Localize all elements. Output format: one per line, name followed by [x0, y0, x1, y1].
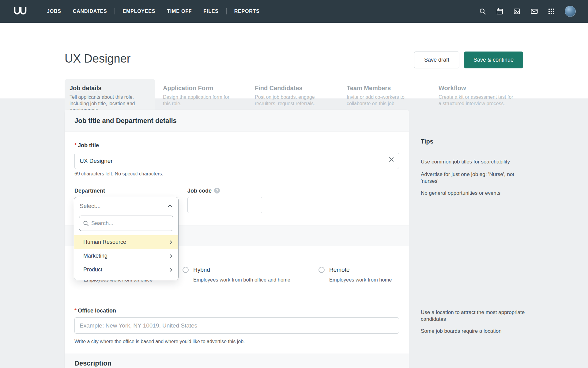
user-avatar[interactable]: [565, 6, 576, 17]
tip-item: Some job boards require a location: [421, 328, 525, 335]
image-gallery-icon[interactable]: [513, 8, 521, 15]
department-dropdown: Select... Human Resource: [74, 197, 179, 280]
hybrid-radio-label[interactable]: Hybrid: [193, 266, 210, 273]
required-asterisk: *: [74, 308, 77, 314]
job-title-label: *Job title: [74, 142, 99, 149]
job-code-label: Job code?: [187, 188, 220, 194]
chevron-right-icon: [168, 267, 173, 272]
step-title: Application Form: [163, 85, 244, 92]
page-title: UX Designer: [65, 52, 130, 65]
step-desc: Design the application form for this rol…: [163, 94, 238, 107]
save-draft-button[interactable]: Save draft: [414, 52, 459, 68]
apps-grid-icon[interactable]: [548, 8, 555, 15]
search-icon[interactable]: [479, 8, 486, 15]
office-location-helper: Write a city where the office is based a…: [74, 339, 245, 344]
department-option-marketing[interactable]: Marketing: [74, 249, 178, 263]
description-title: Description: [74, 359, 111, 367]
department-select-trigger[interactable]: Select...: [74, 197, 178, 215]
calendar-icon[interactable]: [496, 8, 503, 15]
step-title: Find Candidates: [255, 85, 336, 92]
step-workflow[interactable]: Workflow Create a kit or assessment test…: [434, 79, 524, 113]
office-location-label: *Office location: [74, 308, 116, 314]
remote-radio-label[interactable]: Remote: [329, 266, 350, 273]
nav-item-employees[interactable]: EMPLOYEES: [117, 9, 161, 14]
required-asterisk: *: [74, 142, 77, 148]
department-label: Department: [74, 188, 105, 194]
top-navigation: JOBS CANDIDATES EMPLOYEES TIME OFF FILES…: [0, 0, 588, 23]
step-title: Workflow: [439, 85, 519, 92]
nav-divider: [115, 8, 115, 14]
step-title: Team Members: [347, 85, 428, 92]
department-select-value: Select...: [80, 203, 167, 209]
department-options: Human Resource Marketing Product: [74, 235, 178, 277]
nav-item-jobs[interactable]: JOBS: [41, 9, 67, 14]
section-header-band: Job title and Department details: [65, 110, 409, 132]
step-find-candidates[interactable]: Find Candidates Post on job boards, enga…: [250, 79, 341, 113]
step-desc: Invite or add co-workers to collaborate …: [347, 94, 422, 107]
office-location-input[interactable]: [74, 317, 399, 334]
step-desc: Create a kit or assessment test for a st…: [439, 94, 514, 107]
tip-item: Use common job titles for searchability: [421, 159, 525, 165]
nav-menu: JOBS CANDIDATES EMPLOYEES TIME OFF FILES…: [41, 8, 266, 14]
hybrid-radio-desc: Employees work from both office and home: [193, 277, 290, 283]
tip-item: No general opportunities or events: [421, 190, 525, 197]
page-header: UX Designer Save draft Save & continue J…: [0, 23, 588, 98]
clear-input-icon[interactable]: [388, 156, 395, 163]
remote-radio-desc: Employees work from home: [329, 277, 392, 283]
job-title-input[interactable]: [74, 153, 399, 169]
nav-divider: [226, 8, 227, 14]
nav-actions: [479, 6, 576, 17]
step-desc: Post on job boards, engage recruiters, r…: [255, 94, 330, 107]
chevron-up-icon: [167, 203, 173, 209]
tips-title: Tips: [421, 138, 433, 145]
save-continue-button[interactable]: Save & continue: [464, 52, 523, 68]
job-title-helper: 69 characters left. No special character…: [74, 171, 163, 177]
search-icon: [83, 220, 89, 226]
nav-item-reports[interactable]: REPORTS: [228, 9, 266, 14]
job-details-card: Job title and Department details *Job ti…: [65, 110, 409, 368]
step-team-members[interactable]: Team Members Invite or add co-workers to…: [342, 79, 432, 113]
description-section-band: Description: [65, 354, 409, 368]
department-option-product[interactable]: Product: [74, 263, 178, 277]
job-code-input[interactable]: [187, 197, 262, 213]
department-search-input[interactable]: [91, 220, 169, 227]
mail-icon[interactable]: [530, 8, 538, 15]
department-search-box: [79, 216, 173, 231]
remote-radio[interactable]: [318, 267, 325, 273]
nav-item-candidates[interactable]: CANDIDATES: [67, 9, 113, 14]
department-option-human-resource[interactable]: Human Resource: [74, 235, 178, 249]
chevron-right-icon: [168, 254, 173, 259]
chevron-right-icon: [168, 240, 173, 245]
section-title: Job title and Department details: [74, 117, 177, 125]
app-logo-icon[interactable]: [13, 6, 28, 17]
tip-item: Use a location to attract the most appro…: [421, 309, 525, 323]
hybrid-radio[interactable]: [183, 267, 189, 273]
nav-item-time-off[interactable]: TIME OFF: [161, 9, 198, 14]
step-application-form[interactable]: Application Form Design the application …: [158, 79, 249, 113]
help-icon[interactable]: ?: [214, 188, 220, 194]
tip-item: Advertise for just one job eg: 'Nurse', …: [421, 171, 525, 185]
app-root: JOBS CANDIDATES EMPLOYEES TIME OFF FILES…: [0, 0, 588, 368]
nav-item-files[interactable]: FILES: [198, 9, 224, 14]
step-title: Job details: [70, 85, 150, 92]
